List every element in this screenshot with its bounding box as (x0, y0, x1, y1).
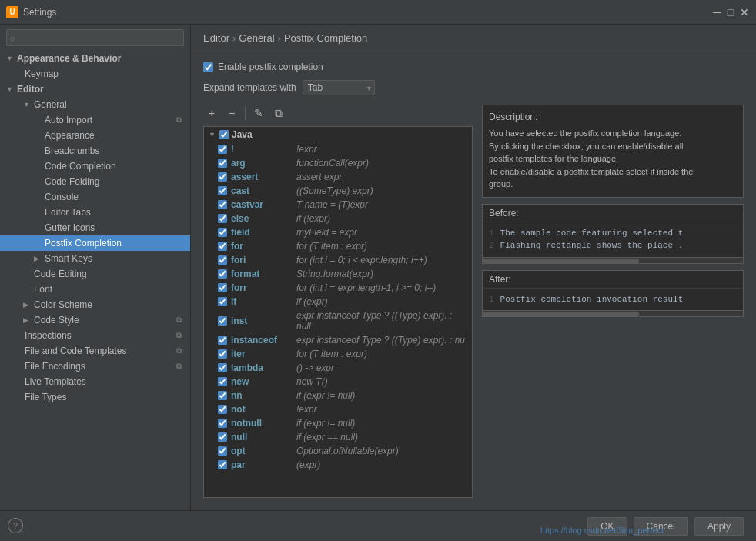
sidebar-item-file-encodings[interactable]: File Encodings⧉ (0, 359, 190, 374)
sidebar-item-file-types[interactable]: File Types (0, 389, 190, 405)
sidebar-arrow-appearance-behavior (6, 55, 14, 62)
template-cb-null[interactable] (218, 432, 227, 442)
template-item-not[interactable]: not!expr (204, 402, 472, 416)
remove-button[interactable]: − (223, 105, 240, 122)
sidebar-label-file-types: File Types (25, 392, 66, 402)
template-item-format[interactable]: formatString.format(expr) (204, 267, 472, 281)
after-scrollbar[interactable] (483, 310, 743, 316)
sidebar-item-general[interactable]: General (0, 97, 190, 112)
apply-button[interactable]: Apply (694, 517, 744, 536)
template-cb-field[interactable] (218, 228, 227, 237)
sidebar-arrow-editor (6, 85, 14, 93)
template-cb-opt[interactable] (218, 446, 227, 456)
sidebar-item-postfix-completion[interactable]: Postfix Completion (0, 235, 190, 251)
template-item-assert[interactable]: assertassert expr (204, 170, 472, 184)
template-item-field[interactable]: fieldmyField = expr (204, 225, 472, 239)
sidebar-item-font[interactable]: Font (0, 282, 190, 297)
template-cb-![interactable] (218, 145, 227, 154)
add-button[interactable]: + (203, 105, 220, 122)
template-cb-for[interactable] (218, 242, 227, 251)
sidebar-item-color-scheme[interactable]: Color Scheme (0, 297, 190, 312)
maximize-button[interactable]: □ (725, 7, 736, 18)
template-item-inst[interactable]: instexpr instanceof Type ? ((Type) expr)… (204, 309, 472, 333)
content-area: Editor › General › Postfix Completion En… (191, 25, 756, 510)
right-col: Description: You have selected the postf… (482, 105, 744, 498)
template-item-cast[interactable]: cast((SomeType) expr) (204, 184, 472, 198)
sidebar-item-editor[interactable]: Editor (0, 82, 190, 97)
template-cb-lambda[interactable] (218, 363, 227, 372)
template-item-instanceof[interactable]: instanceofexpr instanceof Type ? ((Type)… (204, 333, 472, 347)
template-cb-par[interactable] (218, 460, 227, 469)
template-item-else[interactable]: elseif (!expr) (204, 212, 472, 225)
template-item-iter[interactable]: iterfor (T item : expr) (204, 347, 472, 361)
sidebar-item-breadcrumbs[interactable]: Breadcrumbs (0, 143, 190, 159)
template-cb-if[interactable] (218, 297, 227, 306)
template-cb-not[interactable] (218, 405, 227, 414)
template-key-instanceof: instanceof (231, 335, 293, 346)
sidebar-item-code-editing[interactable]: Code Editing (0, 266, 190, 282)
before-scrollbar[interactable] (483, 257, 743, 263)
template-item-for[interactable]: forfor (T item : expr) (204, 239, 472, 253)
sidebar-item-smart-keys[interactable]: Smart Keys (0, 251, 190, 266)
template-cb-instanceof[interactable] (218, 336, 227, 345)
template-item-if[interactable]: ifif (expr) (204, 295, 472, 309)
sidebar-item-code-folding[interactable]: Code Folding (0, 174, 190, 189)
help-button[interactable]: ? (8, 518, 23, 533)
copy-button[interactable]: ⧉ (270, 105, 287, 122)
enable-checkbox[interactable] (203, 62, 213, 72)
template-item-fori[interactable]: forifor (int i = 0; i < expr.length; i++… (204, 253, 472, 267)
breadcrumb-general: General (239, 32, 274, 44)
template-key-nn: nn (231, 390, 293, 401)
template-cb-arg[interactable] (218, 159, 227, 168)
template-cb-notnull[interactable] (218, 419, 227, 428)
before-panel: Before: 1The sample code featuring selec… (482, 204, 744, 264)
edit-button[interactable]: ✎ (250, 105, 267, 122)
sidebar-item-code-completion[interactable]: Code Completion (0, 159, 190, 174)
template-cb-castvar[interactable] (218, 200, 227, 209)
template-item-new[interactable]: newnew T() (204, 375, 472, 389)
expand-select[interactable]: Tab Enter Tab or Enter (303, 80, 375, 95)
template-cb-fori[interactable] (218, 255, 227, 265)
template-cb-format[interactable] (218, 269, 227, 279)
search-input[interactable] (6, 29, 184, 46)
minimize-button[interactable]: ─ (711, 7, 722, 18)
template-desc-if: if (expr) (296, 296, 328, 307)
close-button[interactable]: ✕ (739, 7, 750, 18)
template-group-cb-java[interactable] (219, 130, 229, 139)
template-item-null[interactable]: nullif (expr == null) (204, 430, 472, 444)
template-cb-new[interactable] (218, 377, 227, 386)
template-desc-new: new T() (296, 376, 328, 387)
template-item-forr[interactable]: forrfor (int i = expr.length-1; i >= 0; … (204, 281, 472, 295)
sidebar-item-console[interactable]: Console (0, 189, 190, 205)
template-cb-iter[interactable] (218, 349, 227, 359)
template-group-java[interactable]: Java (204, 127, 472, 142)
sidebar-item-gutter-icons[interactable]: Gutter Icons (0, 220, 190, 235)
sidebar-item-code-style[interactable]: Code Style⧉ (0, 312, 190, 328)
template-item-opt[interactable]: optOptional.ofNullable(expr) (204, 444, 472, 458)
template-item-![interactable]: !!expr (204, 142, 472, 156)
search-box[interactable]: ⌕ (6, 29, 184, 46)
template-item-notnull[interactable]: notnullif (expr != null) (204, 416, 472, 430)
template-item-par[interactable]: par(expr) (204, 458, 472, 472)
sidebar-item-live-templates[interactable]: Live Templates (0, 374, 190, 389)
template-key-castvar: castvar (231, 199, 293, 210)
template-cb-assert[interactable] (218, 172, 227, 182)
sidebar-item-appearance-behavior[interactable]: Appearance & Behavior (0, 51, 190, 66)
template-cb-forr[interactable] (218, 283, 227, 292)
template-item-nn[interactable]: nnif (expr != null) (204, 389, 472, 402)
sidebar-item-editor-tabs[interactable]: Editor Tabs (0, 205, 190, 220)
template-cb-cast[interactable] (218, 186, 227, 195)
template-cb-inst[interactable] (218, 316, 227, 326)
template-desc-par: (expr) (296, 459, 320, 470)
template-cb-else[interactable] (218, 214, 227, 223)
template-item-lambda[interactable]: lambda() -> expr (204, 361, 472, 375)
sidebar-item-appearance[interactable]: Appearance (0, 128, 190, 143)
sidebar-item-file-code-templates[interactable]: File and Code Templates⧉ (0, 343, 190, 359)
template-item-castvar[interactable]: castvarT name = (T)expr (204, 198, 472, 212)
template-item-arg[interactable]: argfunctionCall(expr) (204, 156, 472, 170)
template-cb-nn[interactable] (218, 391, 227, 400)
sidebar-item-auto-import[interactable]: Auto Import⧉ (0, 112, 190, 128)
template-list[interactable]: Java!!exprargfunctionCall(expr)assertass… (203, 126, 473, 498)
sidebar-item-keymap[interactable]: Keymap (0, 66, 190, 82)
sidebar-item-inspections[interactable]: Inspections⧉ (0, 328, 190, 343)
